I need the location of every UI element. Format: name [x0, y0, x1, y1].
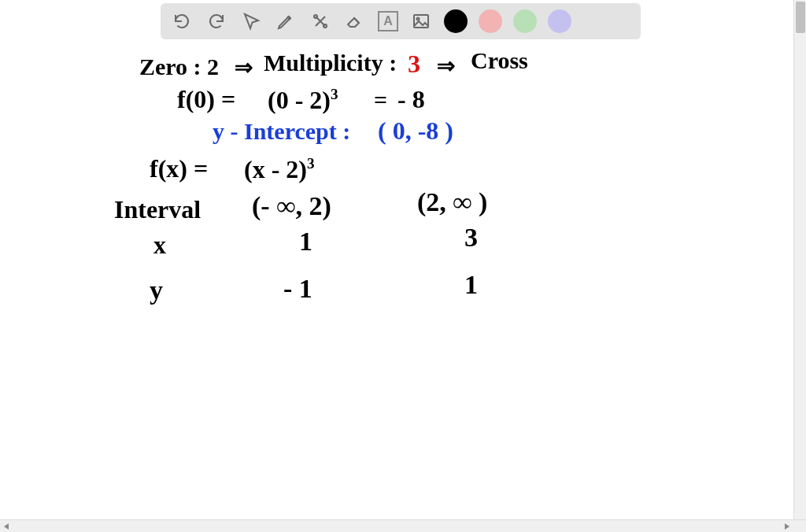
color-red[interactable] — [479, 9, 502, 33]
color-purple[interactable] — [548, 9, 571, 33]
table-y-val2: 1 — [464, 272, 478, 298]
pen-tool[interactable] — [274, 9, 298, 33]
svg-rect-2 — [414, 15, 428, 28]
note-f0-eq: = — [374, 88, 387, 112]
pointer-tool[interactable] — [239, 9, 263, 33]
table-interval-label: Interval — [114, 197, 201, 222]
tools-menu[interactable] — [309, 9, 332, 33]
svg-point-3 — [417, 18, 420, 20]
note-multiplicity-label: Multiplicity : — [264, 51, 397, 75]
text-tool[interactable]: A — [378, 11, 398, 31]
table-x-label: x — [153, 232, 166, 257]
table-y-val1: - 1 — [283, 275, 312, 302]
table-col2-header: (2, ∞ ) — [417, 189, 487, 216]
note-f0-lhs: f(0) = — [177, 87, 235, 112]
note-yint-label: y - Intercept : — [213, 120, 350, 143]
note-fx-base: (x - 2) — [244, 155, 307, 183]
note-fx-rhs: (x - 2)3 — [244, 156, 315, 182]
note-f0-expr: (0 - 2)3 — [268, 87, 338, 113]
vertical-scrollbar[interactable] — [793, 0, 806, 519]
table-x-val1: 1 — [299, 228, 312, 255]
note-multiplicity-value: 3 — [408, 51, 420, 76]
note-fx-lhs: f(x) = — [150, 156, 208, 181]
table-col1-header: (- ∞, 2) — [252, 193, 331, 220]
horizontal-scrollbar[interactable] — [0, 519, 806, 532]
note-f0-base: (0 - 2) — [268, 86, 331, 114]
note-fx-exp: 3 — [307, 155, 315, 172]
note-yint-value: ( 0, -8 ) — [378, 118, 453, 143]
drawing-toolbar: A — [161, 3, 641, 39]
note-f0-exp: 3 — [331, 86, 338, 102]
color-green[interactable] — [513, 9, 537, 33]
whiteboard-canvas[interactable]: Zero : 2 ⇒ Multiplicity : 3 ⇒ Cross f(0)… — [0, 0, 793, 519]
color-black[interactable] — [444, 9, 468, 33]
scroll-right-icon[interactable] — [785, 523, 789, 530]
redo-button[interactable] — [205, 9, 228, 33]
arrow-2: ⇒ — [437, 55, 455, 77]
note-zero-label: Zero : — [139, 55, 202, 79]
scrollbar-thumb[interactable] — [796, 2, 805, 33]
undo-button[interactable] — [170, 9, 194, 33]
arrow-1: ⇒ — [235, 57, 253, 79]
note-f0-rhs: - 8 — [397, 87, 425, 112]
scroll-left-icon[interactable] — [4, 523, 9, 530]
note-zero-value: 2 — [207, 55, 219, 79]
table-y-label: y — [150, 277, 163, 304]
note-cross: Cross — [471, 49, 528, 72]
table-x-val2: 3 — [464, 224, 478, 251]
image-tool[interactable] — [409, 9, 433, 33]
eraser-tool[interactable] — [343, 9, 367, 33]
